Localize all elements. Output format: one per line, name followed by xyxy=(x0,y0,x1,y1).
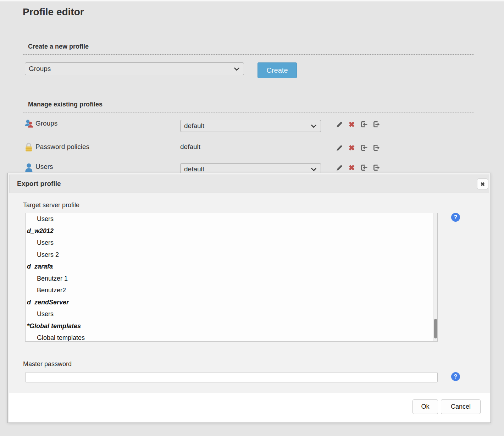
dialog-close-button[interactable] xyxy=(477,178,488,189)
delete-x-icon[interactable] xyxy=(347,143,356,152)
list-item-group: d_zarafa xyxy=(26,261,433,273)
target-server-profile-label: Target server profile xyxy=(23,202,79,209)
list-item-group: d_zendServer xyxy=(26,297,433,309)
list-item-group: d_w2012 xyxy=(26,225,433,237)
create-button[interactable]: Create xyxy=(257,62,297,78)
dialog-titlebar: Export profile xyxy=(9,175,489,193)
profile-row-groups: Groups default xyxy=(0,118,504,133)
list-scrollbar[interactable] xyxy=(433,213,437,341)
import-icon[interactable] xyxy=(360,120,368,128)
profile-type-select-value: Groups xyxy=(29,65,51,73)
target-server-profile-list-items: Users d_w2012 Users Users 2 d_zarafa Ben… xyxy=(26,213,433,342)
list-item[interactable]: Benutzer2 xyxy=(26,285,433,297)
delete-x-icon[interactable] xyxy=(347,163,356,172)
export-icon[interactable] xyxy=(372,120,381,128)
dialog-title: Export profile xyxy=(17,180,61,188)
create-section-heading: Create a new profile xyxy=(23,43,474,55)
users-row-actions xyxy=(335,163,381,172)
groups-icon xyxy=(24,119,34,129)
list-item[interactable]: Users xyxy=(26,213,433,225)
users-profile-select-value: default xyxy=(184,165,204,173)
master-password-input[interactable] xyxy=(25,372,438,382)
list-item[interactable]: Benutzer 1 xyxy=(26,273,433,285)
profile-row-password-policies: Password policies default xyxy=(0,141,504,157)
user-icon xyxy=(24,162,34,173)
page-top-strip xyxy=(0,0,504,1)
groups-row-actions xyxy=(335,120,381,128)
page-title: Profile editor xyxy=(23,6,84,18)
master-password-label: Master password xyxy=(23,360,72,368)
list-item[interactable]: Users xyxy=(26,308,433,320)
edit-pencil-icon[interactable] xyxy=(335,143,343,152)
dialog-footer: Ok Cancel xyxy=(9,393,490,422)
delete-x-icon[interactable] xyxy=(347,120,356,128)
cancel-button[interactable]: Cancel xyxy=(441,399,481,414)
import-icon[interactable] xyxy=(360,143,368,152)
chevron-down-icon xyxy=(311,125,316,128)
close-icon xyxy=(480,181,486,187)
list-item[interactable]: Global templates xyxy=(26,332,433,342)
row-label-groups: Groups xyxy=(35,120,57,127)
master-password-help-icon[interactable]: ? xyxy=(451,372,460,381)
edit-pencil-icon[interactable] xyxy=(335,120,343,128)
target-server-profile-list[interactable]: Users d_w2012 Users Users 2 d_zarafa Ben… xyxy=(25,213,438,342)
target-profile-help-icon[interactable]: ? xyxy=(451,213,460,222)
groups-profile-select[interactable]: default xyxy=(180,120,321,132)
chevron-down-icon xyxy=(311,168,316,171)
list-item-group: *Global templates xyxy=(26,320,433,332)
import-icon[interactable] xyxy=(360,163,368,172)
groups-profile-select-value: default xyxy=(184,122,204,130)
chevron-down-icon xyxy=(234,67,239,71)
list-scrollbar-thumb[interactable] xyxy=(434,319,437,338)
export-profile-dialog: Export profile Target server profile Use… xyxy=(7,173,491,423)
export-icon[interactable] xyxy=(372,143,381,152)
row-label-users: Users xyxy=(35,163,53,171)
list-item[interactable]: Users 2 xyxy=(26,249,433,261)
ok-button[interactable]: Ok xyxy=(412,399,438,414)
edit-pencil-icon[interactable] xyxy=(335,163,343,172)
password-policies-row-actions xyxy=(335,143,381,152)
row-label-password-policies: Password policies xyxy=(35,143,89,151)
export-icon[interactable] xyxy=(372,163,381,172)
password-policies-profile-value: default xyxy=(180,143,200,151)
list-item[interactable]: Users xyxy=(26,237,433,249)
lock-icon xyxy=(24,142,33,152)
manage-section-heading: Manage existing profiles xyxy=(23,101,474,112)
profile-type-select[interactable]: Groups xyxy=(25,62,244,75)
